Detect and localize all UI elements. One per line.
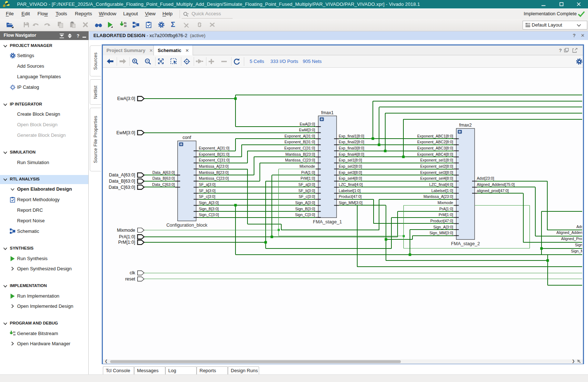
svg-text:Data_C[63:0]: Data_C[63:0] (152, 182, 175, 187)
svg-text:Exponent_ABC2[8:0]: Exponent_ABC2[8:0] (417, 140, 453, 144)
svg-text:Sign_B[3:0]: Sign_B[3:0] (199, 207, 219, 211)
svg-text:SF_b[3:0]: SF_b[3:0] (298, 188, 315, 193)
svg-text:Sign_C[3:0]: Sign_C[3:0] (295, 212, 315, 217)
svg-text:Exponent_sel4[8:0]: Exponent_sel4[8:0] (420, 176, 453, 180)
svg-text:Mixmode: Mixmode (299, 164, 315, 168)
svg-text:Data_A[63:0]: Data_A[63:0] (152, 170, 175, 175)
svg-text:Labelsel[1:0]: Labelsel[1:0] (339, 188, 361, 193)
svg-text:EwM[3:0]: EwM[3:0] (116, 130, 135, 135)
svg-text:Exponent_ABC4[8:0]: Exponent_ABC4[8:0] (417, 152, 453, 156)
svg-text:Exp_sel4[8:0]: Exp_sel4[8:0] (339, 176, 362, 180)
svg-text:fmax2: fmax2 (459, 123, 472, 128)
svg-text:Aligned_Addend[75:0]: Aligned_Addend[75:0] (556, 230, 582, 235)
svg-text:Aligned_Prod[47:0]: Aligned_Prod[47:0] (561, 236, 582, 241)
svg-text:FMA_stage_2: FMA_stage_2 (451, 241, 480, 246)
svg-text:aligned_prod[47:0]: aligned_prod[47:0] (477, 188, 509, 193)
svg-text:Aligned_Addend[75:0]: Aligned_Addend[75:0] (477, 182, 515, 187)
svg-text:Mantissa_C[23:0]: Mantissa_C[23:0] (199, 176, 229, 180)
svg-text:SF_a[3:0]: SF_a[3:0] (298, 182, 315, 187)
svg-text:SF_c[3:0]: SF_c[3:0] (199, 194, 215, 199)
svg-text:LZC_final[4:0]: LZC_final[4:0] (339, 182, 363, 187)
svg-text:Exp_final4[8:0]: Exp_final4[8:0] (339, 152, 364, 156)
svg-text:Sign_MM[3:0]: Sign_MM[3:0] (430, 231, 453, 235)
svg-text:Exp_sel2[8:0]: Exp_sel2[8:0] (339, 164, 362, 168)
svg-text:PrM[1:0]: PrM[1:0] (301, 176, 315, 180)
svg-text:Mantissa_A[23:0]: Mantissa_A[23:0] (199, 164, 229, 168)
svg-text:Sign_C[3:0]: Sign_C[3:0] (199, 212, 219, 217)
svg-text:Exponent_A[31:0]: Exponent_A[31:0] (285, 134, 315, 138)
svg-text:EwM[3:0]: EwM[3:0] (299, 128, 315, 132)
svg-text:Mantissa_A[23:0]: Mantissa_A[23:0] (423, 194, 453, 199)
svg-text:Product[47:0]: Product[47:0] (339, 194, 362, 199)
svg-text:PrM[1:0]: PrM[1:0] (118, 240, 135, 245)
svg-text:Exp_final1[8:0]: Exp_final1[8:0] (339, 134, 364, 138)
svg-text:Sign_A[3:0]: Sign_A[3:0] (199, 200, 219, 205)
svg-text:SF_c[3:0]: SF_c[3:0] (299, 194, 315, 199)
svg-text:Sign_B[3:0]: Sign_B[3:0] (295, 207, 315, 211)
svg-text:Exponent_sel1[8:0]: Exponent_sel1[8:0] (420, 158, 453, 162)
svg-text:Sign_out[3:0]: Sign_out[3:0] (575, 243, 582, 247)
svg-text:Mantissa_C[23:0]: Mantissa_C[23:0] (285, 158, 315, 162)
svg-text:LZC_final[4:0]: LZC_final[4:0] (429, 182, 453, 187)
svg-text:Mantissa_B[23:0]: Mantissa_B[23:0] (199, 170, 229, 175)
svg-text:Data_A[63:0]: Data_A[63:0] (109, 172, 135, 178)
svg-text:Configuration_block: Configuration_block (166, 222, 208, 228)
svg-text:Mixmode: Mixmode (438, 200, 453, 205)
svg-text:SF_b[3:0]: SF_b[3:0] (199, 188, 216, 193)
svg-text:Sign_A[3:0]: Sign_A[3:0] (295, 200, 315, 205)
svg-text:Exponent_C[31:0]: Exponent_C[31:0] (199, 158, 230, 162)
svg-text:clk: clk (130, 270, 136, 275)
svg-text:PrA[1:0]: PrA[1:0] (439, 207, 453, 211)
svg-text:Exp_sel1[8:0]: Exp_sel1[8:0] (339, 158, 362, 162)
svg-text:Labelsel[1:0]: Labelsel[1:0] (431, 188, 453, 193)
svg-text:conf: conf (182, 135, 191, 140)
svg-text:Data_B[63:0]: Data_B[63:0] (152, 176, 175, 180)
svg-text:Exponent_sel2[8:0]: Exponent_sel2[8:0] (420, 164, 453, 168)
svg-text:Exponent_B[31:0]: Exponent_B[31:0] (199, 152, 229, 156)
svg-text:Exponent_sel3[8:0]: Exponent_sel3[8:0] (420, 170, 453, 175)
svg-text:Exponent_C[31:0]: Exponent_C[31:0] (284, 146, 315, 150)
svg-text:EwA[3:0]: EwA[3:0] (117, 96, 135, 101)
svg-text:Exponent_ABC1[8:0]: Exponent_ABC1[8:0] (417, 134, 453, 138)
svg-text:Sign_A[3:0]: Sign_A[3:0] (433, 225, 453, 229)
svg-text:PrM[1:0]: PrM[1:0] (439, 212, 453, 217)
svg-text:01: 01 (124, 22, 127, 24)
svg-text:Exponent_A[31:0]: Exponent_A[31:0] (199, 146, 229, 150)
svg-text:EwA[3:0]: EwA[3:0] (300, 122, 315, 126)
svg-text:Mantissa_B[23:0]: Mantissa_B[23:0] (285, 152, 315, 156)
svg-text:01: 01 (13, 331, 16, 333)
svg-text:Sign_MM[3:0]: Sign_MM[3:0] (571, 249, 582, 253)
svg-text:FMA_stage_1: FMA_stage_1 (313, 219, 342, 224)
svg-text:Exponent_ABC3[8:0]: Exponent_ABC3[8:0] (417, 146, 453, 150)
svg-text:Exponent_B[31:0]: Exponent_B[31:0] (285, 140, 315, 144)
svg-text:10: 10 (124, 25, 127, 27)
svg-text:Product[47:0]: Product[47:0] (430, 219, 453, 223)
svg-text:Exp_sel3[8:0]: Exp_sel3[8:0] (339, 170, 362, 175)
svg-text:PrA[1:0]: PrA[1:0] (119, 234, 135, 239)
svg-text:Adst[23:0]: Adst[23:0] (576, 224, 582, 229)
svg-text:SF_a[3:0]: SF_a[3:0] (199, 182, 216, 187)
svg-text:10: 10 (13, 334, 16, 336)
svg-text:Exp_final3[8:0]: Exp_final3[8:0] (339, 146, 364, 150)
svg-text:Adst[23:0]: Adst[23:0] (477, 176, 494, 180)
svg-text:?: ? (77, 33, 79, 38)
svg-text:Sign_MM[3:0]: Sign_MM[3:0] (339, 200, 362, 205)
svg-text:Mixmode: Mixmode (117, 228, 135, 233)
svg-text:Data_B[63:0]: Data_B[63:0] (109, 179, 135, 184)
svg-text:reset: reset (125, 276, 135, 282)
svg-text:PrA[1:0]: PrA[1:0] (301, 170, 315, 175)
svg-text:Data_C[63:0]: Data_C[63:0] (109, 185, 135, 190)
svg-text:fmax1: fmax1 (321, 110, 334, 115)
svg-text:Exp_final2[8:0]: Exp_final2[8:0] (339, 140, 364, 144)
